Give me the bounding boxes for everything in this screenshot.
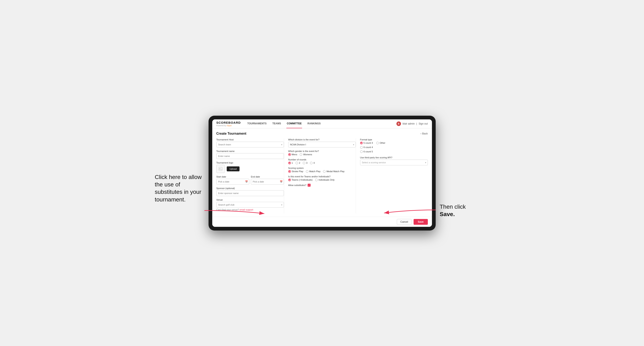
scoring-radio-group: Stroke Play Match Play Medal Match Play: [288, 170, 356, 173]
venue-group: Venue Can't find your venue? email suppo…: [216, 198, 284, 211]
logo-upload-row: Upload: [216, 165, 284, 173]
form-col-1: Tournament Host Tournament name Tourname…: [216, 138, 284, 213]
rounds-2[interactable]: 2: [296, 162, 300, 164]
annotation-left: Click here to allow the use of substitut…: [155, 173, 204, 203]
end-date-label: End date: [251, 175, 284, 178]
rounds-label: Number of rounds: [288, 158, 356, 161]
save-button[interactable]: Save: [414, 219, 428, 225]
gender-mens[interactable]: Mens: [288, 153, 297, 156]
email-support-link[interactable]: email support: [240, 208, 253, 211]
upload-button[interactable]: Upload: [227, 167, 240, 171]
tournament-host-group: Tournament Host: [216, 138, 284, 148]
sign-out-link[interactable]: Sign out: [418, 122, 428, 125]
rounds-1[interactable]: 1: [288, 162, 293, 164]
gender-mens-dot: [288, 153, 291, 156]
teams-plus[interactable]: Teams (+Individuals): [288, 178, 312, 181]
tournament-logo-label: Tournament logo: [216, 162, 284, 164]
format-row-1: 5 count 4 Other: [360, 142, 428, 144]
tournament-host-input[interactable]: [216, 142, 284, 148]
substitutes-label: Allow substitutes?: [288, 184, 306, 186]
venue-label: Venue: [216, 198, 284, 201]
division-group: Which division is the event for? NCAA Di…: [288, 138, 356, 148]
format-6count4-dot: [360, 146, 363, 149]
form-footer: Cancel Save: [212, 217, 432, 227]
division-label: Which division is the event for?: [288, 138, 356, 141]
format-6count5-dot: [360, 150, 363, 153]
scoring-medal-dot: [323, 170, 326, 173]
end-date-input[interactable]: [251, 179, 284, 184]
form-columns: Tournament Host Tournament name Tourname…: [216, 138, 428, 213]
nav-username: blair admin: [403, 122, 415, 125]
navbar: SCOREBOARD Powered by clippd TOURNAMENTS…: [212, 119, 432, 129]
format-options: 5 count 4 Other: [360, 142, 428, 153]
format-label: Format type: [360, 138, 428, 141]
sponsor-input[interactable]: [216, 190, 284, 196]
format-6count5[interactable]: 6 count 5: [360, 150, 373, 153]
scoring-medal[interactable]: Medal Match Play: [323, 170, 344, 173]
scoring-match[interactable]: Match Play: [306, 170, 320, 173]
rounds-1-dot: [288, 162, 291, 164]
scoring-match-dot: [306, 170, 308, 173]
rounds-radio-group: 1 2 3: [288, 162, 356, 164]
format-5count4[interactable]: 5 count 4: [360, 142, 373, 144]
back-link[interactable]: ‹ Back: [420, 132, 428, 135]
nav-links: TOURNAMENTS TEAMS COMMITTEE RANKINGS: [247, 119, 396, 129]
start-date-input[interactable]: [216, 179, 250, 184]
scoring-stroke-dot: [288, 170, 291, 173]
scoring-stroke[interactable]: Stroke Play: [288, 170, 303, 173]
back-chevron-icon: ‹: [420, 132, 422, 135]
division-select[interactable]: NCAA Division I: [288, 142, 356, 148]
format-row-3: 6 count 5: [360, 150, 428, 153]
substitutes-checkbox[interactable]: [308, 184, 310, 187]
teams-individuals-dot: [315, 178, 318, 181]
scoring-label: Scoring system: [288, 167, 356, 169]
format-other[interactable]: Other: [376, 142, 386, 144]
format-5count4-dot: [360, 142, 363, 144]
teams-radio-group: Teams (+Individuals) Individuals Only: [288, 178, 356, 181]
gender-womens[interactable]: Womens: [300, 153, 312, 156]
substitutes-wrapper: Allow substitutes?: [288, 184, 356, 187]
rounds-4[interactable]: 4: [310, 162, 315, 164]
substitutes-group: Allow substitutes?: [288, 184, 356, 187]
gender-radio-group: Mens Womens: [288, 153, 356, 156]
image-icon: [218, 167, 222, 171]
teams-individuals[interactable]: Individuals Only: [315, 178, 335, 181]
format-6count4[interactable]: 6 count 4: [360, 146, 373, 149]
form-col-3: Format type 5 count 4 Other: [360, 138, 428, 213]
teams-label: Is this event for Teams and/or Individua…: [288, 175, 356, 178]
content-area: Create Tournament ‹ Back Tournament Host: [212, 129, 432, 217]
nav-user: B blair admin | Sign out: [396, 122, 428, 126]
tournament-name-label: Tournament name: [216, 150, 284, 152]
form-col-2: Which division is the event for? NCAA Di…: [288, 138, 356, 213]
rounds-3[interactable]: 3: [303, 162, 308, 164]
venue-input[interactable]: [216, 202, 284, 208]
scoring-api-label: Use third-party live scoring API?: [360, 156, 428, 159]
scoring-api-select[interactable]: Select a scoring service: [360, 160, 428, 165]
gender-label: Which gender is the event for?: [288, 150, 356, 152]
start-date-label: Start date: [216, 175, 250, 178]
format-other-dot: [376, 142, 379, 144]
nav-teams[interactable]: TEAMS: [272, 119, 282, 129]
sponsor-group: Sponsor (optional): [216, 187, 284, 196]
tournament-host-label: Tournament Host: [216, 138, 284, 141]
tablet-screen: SCOREBOARD Powered by clippd TOURNAMENTS…: [212, 119, 432, 227]
page-header: Create Tournament ‹ Back: [216, 132, 428, 136]
scoring-api-group: Use third-party live scoring API? Select…: [360, 156, 428, 165]
tablet-frame: SCOREBOARD Powered by clippd TOURNAMENTS…: [208, 116, 436, 230]
nav-rankings[interactable]: RANKINGS: [307, 119, 321, 129]
gender-womens-dot: [300, 153, 302, 156]
tournament-name-input[interactable]: [216, 153, 284, 159]
rounds-3-dot: [303, 162, 306, 164]
rounds-4-dot: [310, 162, 312, 164]
venue-help: Can't find your venue? email support: [216, 208, 284, 211]
rounds-2-dot: [296, 162, 298, 164]
rounds-group: Number of rounds 1 2: [288, 158, 356, 164]
nav-committee[interactable]: COMMITTEE: [286, 119, 302, 129]
cancel-button[interactable]: Cancel: [397, 219, 412, 225]
nav-tournaments[interactable]: TOURNAMENTS: [247, 119, 267, 129]
nav-avatar: B: [396, 122, 401, 126]
format-row-2: 6 count 4: [360, 146, 428, 149]
start-date-group: Start date 📅: [216, 175, 250, 184]
logo-scoreboard: SCOREBOARD: [216, 121, 241, 124]
nav-separator: |: [416, 122, 417, 125]
